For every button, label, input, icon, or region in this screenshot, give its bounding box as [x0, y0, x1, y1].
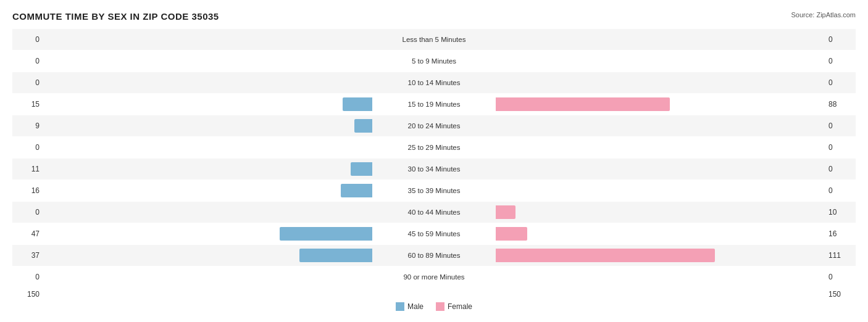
female-bar-container [496, 162, 825, 176]
bars-section: 20 to 24 Minutes [43, 115, 825, 136]
female-bar-container [496, 184, 825, 197]
male-value: 0 [12, 35, 43, 44]
female-bar-container [496, 227, 825, 241]
female-bar [496, 249, 715, 262]
female-value: 16 [825, 229, 856, 238]
female-value: 0 [825, 273, 856, 281]
male-value: 47 [12, 229, 43, 238]
female-bar-container [496, 119, 825, 133]
male-bar [343, 97, 372, 111]
female-bar-container [496, 54, 825, 68]
male-value: 16 [12, 186, 43, 195]
row-label: 20 to 24 Minutes [372, 122, 496, 130]
chart-title: COMMUTE TIME BY SEX IN ZIP CODE 35035 [12, 11, 219, 22]
legend-blue-box [396, 302, 404, 311]
legend: Male Female [12, 302, 856, 311]
male-bar [299, 249, 372, 262]
row-label: 40 to 44 Minutes [372, 208, 496, 216]
header: COMMUTE TIME BY SEX IN ZIP CODE 35035 So… [12, 11, 856, 22]
male-bar-container [43, 227, 372, 241]
male-value: 11 [12, 165, 43, 173]
male-bar-container [43, 249, 372, 262]
bars-section: 45 to 59 Minutes [43, 223, 825, 244]
bars-section: Less than 5 Minutes [43, 29, 825, 50]
female-value: 0 [825, 143, 856, 152]
row-label: 15 to 19 Minutes [372, 101, 496, 108]
female-bar-container [496, 270, 825, 284]
row-label: 90 or more Minutes [372, 273, 496, 281]
bars-section: 40 to 44 Minutes [43, 202, 825, 223]
male-value: 0 [12, 143, 43, 152]
legend-pink-box [436, 302, 444, 311]
chart-row: 0 Less than 5 Minutes 0 [12, 29, 856, 50]
row-label: 60 to 89 Minutes [372, 252, 496, 259]
male-value: 0 [12, 57, 43, 65]
bars-section: 10 to 14 Minutes [43, 72, 825, 93]
chart-container: COMMUTE TIME BY SEX IN ZIP CODE 35035 So… [12, 11, 856, 311]
legend-male-label: Male [407, 302, 424, 311]
chart-row: 15 15 to 19 Minutes 88 [12, 94, 856, 115]
row-label: 35 to 39 Minutes [372, 187, 496, 194]
bars-section: 90 or more Minutes [43, 266, 825, 287]
female-value: 0 [825, 186, 856, 195]
legend-female-label: Female [448, 302, 472, 311]
female-bar-container [496, 205, 825, 219]
chart-row: 0 5 to 9 Minutes 0 [12, 51, 856, 72]
chart-area: 0 Less than 5 Minutes 0 0 5 to 9 Minutes [12, 29, 856, 287]
legend-female: Female [436, 302, 472, 311]
legend-male: Male [396, 302, 424, 311]
male-bar-container [43, 141, 372, 154]
male-bar-container [43, 33, 372, 46]
female-bar-container [496, 76, 825, 89]
female-bar [496, 227, 527, 241]
female-bar-container [496, 249, 825, 262]
male-bar-container [43, 119, 372, 133]
female-value: 0 [825, 57, 856, 65]
male-bar-container [43, 54, 372, 68]
axis-right-label: 150 [825, 290, 856, 299]
female-value: 10 [825, 208, 856, 217]
chart-row: 0 10 to 14 Minutes 0 [12, 72, 856, 93]
male-bar [354, 119, 372, 133]
female-bar-container [496, 141, 825, 154]
male-value: 37 [12, 251, 43, 260]
female-value: 0 [825, 122, 856, 130]
male-value: 9 [12, 122, 43, 130]
axis-row: 150 150 [12, 290, 856, 299]
female-value: 0 [825, 78, 856, 87]
female-value: 88 [825, 100, 856, 109]
bars-section: 25 to 29 Minutes [43, 137, 825, 158]
source-text: Source: ZipAtlas.com [791, 11, 856, 19]
row-label: 45 to 59 Minutes [372, 230, 496, 237]
female-value: 0 [825, 165, 856, 173]
chart-row: 11 30 to 34 Minutes 0 [12, 159, 856, 180]
bars-section: 60 to 89 Minutes [43, 245, 825, 266]
male-bar [341, 184, 372, 197]
male-value: 0 [12, 273, 43, 281]
male-value: 15 [12, 100, 43, 109]
row-label: 5 to 9 Minutes [372, 57, 496, 65]
male-value: 0 [12, 78, 43, 87]
male-bar-container [43, 205, 372, 219]
chart-row: 47 45 to 59 Minutes 16 [12, 223, 856, 244]
row-label: 25 to 29 Minutes [372, 144, 496, 151]
female-value: 0 [825, 35, 856, 44]
female-bar [496, 205, 515, 219]
male-value: 0 [12, 208, 43, 217]
male-bar-container [43, 184, 372, 197]
male-bar-container [43, 270, 372, 284]
male-bar-container [43, 162, 372, 176]
male-bar [351, 162, 372, 176]
bars-section: 5 to 9 Minutes [43, 51, 825, 72]
chart-row: 0 25 to 29 Minutes 0 [12, 137, 856, 158]
bars-section: 30 to 34 Minutes [43, 159, 825, 180]
chart-row: 16 35 to 39 Minutes 0 [12, 180, 856, 201]
row-label: 10 to 14 Minutes [372, 79, 496, 86]
male-bar [280, 227, 372, 241]
chart-row: 37 60 to 89 Minutes 111 [12, 245, 856, 266]
bars-section: 35 to 39 Minutes [43, 180, 825, 201]
row-label: Less than 5 Minutes [372, 36, 496, 43]
female-value: 111 [825, 251, 856, 260]
chart-row: 0 90 or more Minutes 0 [12, 266, 856, 287]
male-bar-container [43, 76, 372, 89]
